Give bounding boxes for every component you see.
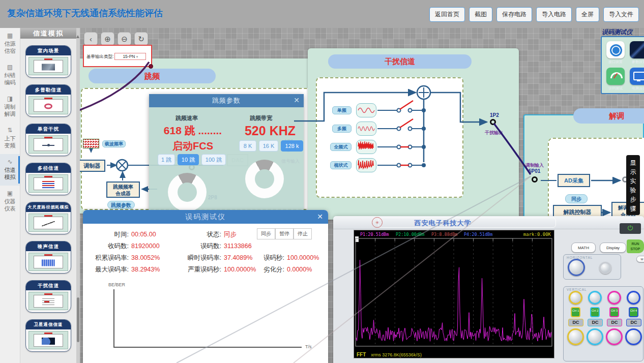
module-card-satellite[interactable]: 卫星通信信道: [25, 319, 71, 352]
ch3-offset-knob[interactable]: [607, 291, 621, 305]
nav-sidebar: ▦信源信宿 ▧纠错编码 ◨调制解调 ⇅上下变频 ∿信道模拟 ▣仪器仪表: [0, 28, 20, 363]
module-card-doppler[interactable]: 多普勒信道: [25, 84, 71, 117]
ch1-scale-knob[interactable]: [567, 328, 584, 345]
ch3-button[interactable]: CH 3: [609, 307, 619, 317]
rate-option-10[interactable]: 10 跳: [178, 154, 199, 165]
ad-capture-box[interactable]: AD采集: [558, 174, 590, 187]
scrollbar-thumb[interactable]: [77, 297, 79, 342]
time-field: 时间:00:05.00: [92, 230, 156, 239]
ch3-scale-knob[interactable]: [606, 328, 623, 345]
panel-scrollbar[interactable]: [76, 28, 80, 363]
zoom-out-icon[interactable]: ⊖: [118, 32, 131, 46]
sidebar-item-instruments[interactable]: ▣仪器仪表: [0, 186, 20, 217]
module-card-interference[interactable]: 干扰信道: [25, 280, 71, 313]
screenshot-button[interactable]: 截图: [469, 7, 492, 22]
horizontal-position-knob[interactable]: [568, 259, 585, 276]
ch2-scale-knob[interactable]: [587, 328, 603, 345]
sidebar-item-updown-convert[interactable]: ⇅上下变频: [0, 123, 20, 154]
bw-option-128k[interactable]: 128 k: [281, 140, 303, 152]
zoom-in-icon[interactable]: ⊕: [101, 32, 114, 46]
inst-ber-field: 瞬时误码率:37.4089%: [177, 254, 252, 262]
rate-option-100[interactable]: 100 跳: [201, 154, 226, 165]
math-button[interactable]: MATH: [571, 243, 596, 253]
module-card-indoor[interactable]: 室内场景: [25, 45, 71, 78]
ch2-offset-knob[interactable]: [588, 291, 602, 305]
synthesizer-box[interactable]: 跳频频率合成器: [106, 182, 140, 198]
close-icon[interactable]: ✕: [294, 96, 300, 104]
bw-option-16k[interactable]: 16 K: [259, 140, 278, 152]
mode-button[interactable]: M: [636, 256, 644, 262]
interference-panel: 干扰信道: [308, 48, 519, 220]
readout-p4: P4:20.51dBm: [464, 232, 492, 237]
fullscreen-button[interactable]: 全屏: [576, 7, 599, 22]
power-icon[interactable]: ⏻: [620, 223, 641, 234]
close-icon[interactable]: ✕: [317, 213, 323, 221]
ch4-scale-knob[interactable]: [625, 328, 642, 345]
sidebar-item-fec[interactable]: ▧纠错编码: [0, 59, 20, 91]
ch4-button[interactable]: CH 4: [629, 307, 638, 317]
module-panel-title: 信道模拟: [20, 28, 76, 39]
ch4-offset-knob[interactable]: [627, 291, 640, 305]
ch1-coupling[interactable]: DC: [568, 319, 583, 326]
baseband-output-box: 基带输出类型:15-PN ▾: [83, 45, 152, 67]
ch1-button[interactable]: CH 1: [571, 307, 580, 317]
sidebar-item-modem[interactable]: ◨调制解调: [0, 91, 20, 123]
source-fullband-label[interactable]: 全频式: [330, 143, 352, 151]
rate-option-1[interactable]: 1 跳: [158, 154, 175, 165]
port-5p01[interactable]: [532, 176, 538, 183]
circuit-canvas[interactable]: ‹ ⊕ ⊖ ↻ 基带输出类型:15-PN ▾ 跳频: [80, 28, 644, 363]
ch1-offset-knob[interactable]: [569, 291, 582, 305]
port-1p2-label: 1P2: [490, 112, 499, 118]
multipath-thumbnail-icon: [28, 174, 68, 193]
modulator-box[interactable]: 调制器: [80, 160, 105, 172]
carrier-freq-label[interactable]: 载波频率: [102, 140, 126, 147]
dialog-title: 跳频参数: [149, 94, 304, 107]
monitor-icon: [630, 68, 644, 85]
scroll-up-icon[interactable]: [76, 35, 79, 38]
save-circuit-button[interactable]: 保存电路: [496, 7, 532, 22]
sync-pill[interactable]: 同步: [565, 194, 588, 203]
hop-bw-label: 跳频带宽: [250, 114, 272, 122]
ch2-button[interactable]: CH 2: [590, 307, 600, 317]
back-icon[interactable]: ‹: [84, 32, 98, 46]
display-button[interactable]: Display: [600, 243, 626, 253]
home-button[interactable]: 返回首页: [429, 7, 465, 22]
hop-rate-value: 618 跳 ........: [157, 124, 228, 138]
module-card-pathloss[interactable]: 大尺度路径损耗模拟: [25, 202, 71, 234]
app-param-settings[interactable]: 参数设置: [629, 41, 644, 65]
source-single-freq-label[interactable]: 单频: [332, 106, 352, 114]
sidebar-item-channel-sim[interactable]: ∿信道模拟: [0, 154, 20, 186]
module-card-noise[interactable]: 噪声信道: [25, 241, 71, 274]
hop-params-button[interactable]: 跳频参数: [107, 201, 135, 209]
ch2-coupling[interactable]: DC: [588, 319, 603, 326]
run-stop-button[interactable]: RUN STOP: [627, 239, 644, 253]
show-steps-button[interactable]: 显示实验步骤: [626, 155, 640, 215]
import-file-button[interactable]: 导入文件: [603, 7, 639, 22]
baseband-output-port[interactable]: [149, 64, 153, 69]
horizontal-scale-knob[interactable]: [599, 262, 611, 274]
ber-window-title: 误码测试仪: [83, 210, 328, 224]
import-circuit-button[interactable]: 导入电路: [536, 7, 572, 22]
source-comb-label[interactable]: 梳状式: [330, 161, 352, 169]
bw-option-8k[interactable]: 8 K: [239, 140, 256, 152]
satellite-photo-icon: [630, 41, 644, 58]
ch4-coupling[interactable]: DC: [626, 319, 641, 326]
pause-button[interactable]: 暂停: [275, 228, 294, 239]
module-card-single-tone[interactable]: 单音干扰: [25, 124, 71, 156]
sidebar-item-source-sink[interactable]: ▦信源信宿: [0, 28, 20, 59]
vertical-section: VERTICAL CH 1 DC CH 2 DC CH 3 DC: [563, 286, 643, 361]
analyzer-window: ✳ 西安电子科技大学 P1:20.51dBm P2:10.00dBm P3:8.…: [333, 216, 644, 363]
refresh-icon[interactable]: ↻: [134, 32, 148, 46]
app-ber-test[interactable]: 误码测试: [606, 68, 625, 91]
baseband-select[interactable]: 15-PN ▾: [114, 53, 146, 60]
port-1p2[interactable]: [490, 119, 496, 125]
source-multi-freq-label[interactable]: 多频: [332, 125, 352, 133]
stop-button[interactable]: 停止: [294, 228, 312, 239]
readout-p3: P3:8.88dBm: [431, 232, 457, 237]
ch3-coupling[interactable]: DC: [607, 319, 622, 326]
module-card-multipath[interactable]: 多径信道: [25, 163, 71, 195]
app-interface-settings[interactable]: 接口设置: [606, 41, 625, 65]
app-pc-connect[interactable]: 电脑连接: [629, 68, 644, 91]
sync-button[interactable]: 同步: [257, 228, 275, 239]
hop-rate-action[interactable]: 启动FCS: [157, 139, 228, 153]
